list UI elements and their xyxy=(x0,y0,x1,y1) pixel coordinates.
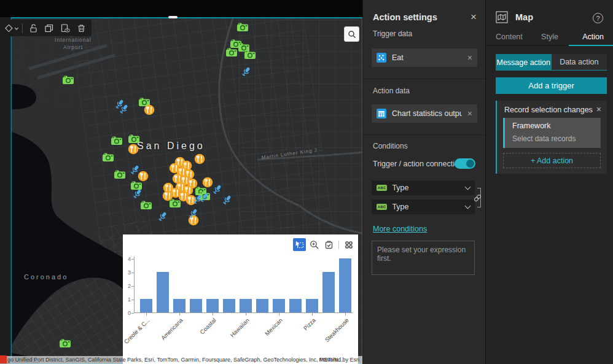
mic-marker[interactable] xyxy=(118,104,129,119)
camera-marker[interactable] xyxy=(114,169,126,182)
tab-action[interactable]: Action xyxy=(568,29,604,45)
mic-marker[interactable] xyxy=(240,66,251,82)
mic-marker[interactable] xyxy=(131,188,143,204)
page-visibility-icon[interactable] xyxy=(58,21,72,36)
y-tick-label: 1 xyxy=(123,296,131,303)
action-type-switch: Message action Data action xyxy=(496,54,607,71)
bar-value-4[interactable] xyxy=(339,258,351,312)
eat-marker[interactable] xyxy=(194,153,205,167)
bar-value-1[interactable] xyxy=(190,299,202,312)
string-field-icon: ABC xyxy=(377,204,387,210)
map-icon xyxy=(496,11,508,23)
help-icon[interactable]: ? xyxy=(593,13,603,23)
trash-icon[interactable] xyxy=(74,21,88,36)
mic-marker[interactable] xyxy=(129,165,140,180)
eat-marker[interactable] xyxy=(128,144,139,157)
map-widget-panel: Map ? Content Style Action Message actio… xyxy=(485,0,613,364)
remove-trigger-icon[interactable]: × xyxy=(596,104,601,114)
y-tick-mark xyxy=(131,300,134,300)
y-tick-mark xyxy=(131,313,134,314)
camera-marker[interactable] xyxy=(62,75,74,87)
action-data-item[interactable]: Chart statistics output... × xyxy=(372,104,477,123)
eat-marker[interactable] xyxy=(144,104,155,118)
bar-value-3[interactable] xyxy=(157,272,169,312)
shape-tool-icon[interactable] xyxy=(4,21,19,36)
bar-value-1[interactable] xyxy=(256,299,268,312)
trigger-card-title: Record selection changes xyxy=(504,106,593,114)
powered-by-esri: Powered by Esri xyxy=(319,356,359,364)
field-dropdown-2[interactable]: ABC Type xyxy=(372,199,475,214)
unlock-icon[interactable] xyxy=(26,21,41,36)
tab-style[interactable]: Style xyxy=(532,29,568,45)
action-settings-panel: Action settings × Trigger data Eat × Act… xyxy=(362,0,485,364)
action-description: Select data records xyxy=(512,134,601,143)
grid-dots-icon[interactable] xyxy=(342,238,355,251)
experience-builder-app: International Airport San Diego Coronado… xyxy=(0,0,613,364)
bar-value-1[interactable] xyxy=(289,299,302,312)
trigger-data-name: Eat xyxy=(392,53,462,62)
action-target: Framework xyxy=(512,122,601,130)
action-data-label: Action data xyxy=(373,87,410,95)
search-button[interactable] xyxy=(344,26,359,42)
mic-marker[interactable] xyxy=(221,195,232,210)
toolbar-divider xyxy=(22,23,23,33)
bar-value-1[interactable] xyxy=(173,299,185,312)
y-tick-label: 3 xyxy=(123,269,131,276)
search-icon xyxy=(348,30,356,39)
bar-value-3[interactable] xyxy=(322,272,335,312)
camera-marker[interactable] xyxy=(236,22,249,34)
remove-trigger-data-icon[interactable]: × xyxy=(467,53,472,63)
expression-placeholder-box: Please set your expression first. xyxy=(372,241,475,275)
trigger-data-item[interactable]: Eat × xyxy=(372,48,477,67)
link-fields-icon[interactable] xyxy=(474,193,482,204)
bar-value-1[interactable] xyxy=(206,299,219,312)
map-attribution: go Unified Port District, SanGIS, Califo… xyxy=(0,356,362,364)
island-label: Coronado xyxy=(24,273,68,281)
mic-marker[interactable] xyxy=(187,208,198,223)
mic-marker[interactable] xyxy=(198,192,209,207)
bar-value-1[interactable] xyxy=(240,299,252,312)
field-dropdown-1[interactable]: ABC Type xyxy=(372,180,475,195)
mic-marker[interactable] xyxy=(157,211,168,227)
camera-marker[interactable] xyxy=(225,47,238,60)
bar-chart-plot: Creole & C...AmericanaCoastalHawaiianMex… xyxy=(134,257,353,313)
bar-value-1[interactable] xyxy=(140,299,152,312)
bar-value-1[interactable] xyxy=(223,299,235,312)
clear-selection-icon[interactable] xyxy=(322,238,335,251)
camera-marker[interactable] xyxy=(102,152,114,165)
add-trigger-button[interactable]: Add a trigger xyxy=(496,77,607,94)
builder-left-edge xyxy=(0,17,11,364)
duplicate-icon[interactable] xyxy=(42,21,57,36)
field-dropdown-1-value: Type xyxy=(392,184,461,192)
connection-label: Trigger / action connection xyxy=(373,160,463,168)
connection-toggle[interactable] xyxy=(455,158,475,169)
camera-marker[interactable] xyxy=(59,338,71,350)
settings-tabs: Content Style Action xyxy=(486,29,613,46)
x-tick-mark xyxy=(213,313,213,316)
map-top-bar xyxy=(0,0,362,17)
bar-value-1[interactable] xyxy=(306,299,318,312)
data-action-button[interactable]: Data action xyxy=(552,54,607,71)
camera-marker[interactable] xyxy=(244,50,256,62)
widget-selection-handle[interactable] xyxy=(168,16,178,18)
remove-action-data-icon[interactable]: × xyxy=(467,109,472,118)
chart-widget: Creole & C...AmericanaCoastalHawaiianMex… xyxy=(123,234,358,364)
bar-value-1[interactable] xyxy=(273,299,285,312)
action-data-name: Chart statistics output... xyxy=(392,109,462,118)
close-icon[interactable]: × xyxy=(470,11,477,23)
tab-content[interactable]: Content xyxy=(496,29,532,45)
divider xyxy=(363,134,486,135)
widget-title: Map xyxy=(515,12,533,22)
camera-marker[interactable] xyxy=(111,136,123,148)
x-tick-label: Steakhouse xyxy=(310,317,349,356)
trigger-action-item[interactable]: Framework Select data records xyxy=(503,118,601,148)
stats-table-icon xyxy=(377,109,386,118)
city-label: San Diego xyxy=(137,141,205,152)
map-widget-toolbar xyxy=(1,20,92,36)
message-action-button[interactable]: Message action xyxy=(496,54,552,71)
zoom-in-icon[interactable] xyxy=(308,238,321,251)
add-action-button[interactable]: + Add action xyxy=(503,153,601,168)
string-field-icon: ABC xyxy=(377,185,387,191)
select-features-icon[interactable] xyxy=(293,238,306,251)
more-conditions-link[interactable]: More conditions xyxy=(373,225,427,233)
